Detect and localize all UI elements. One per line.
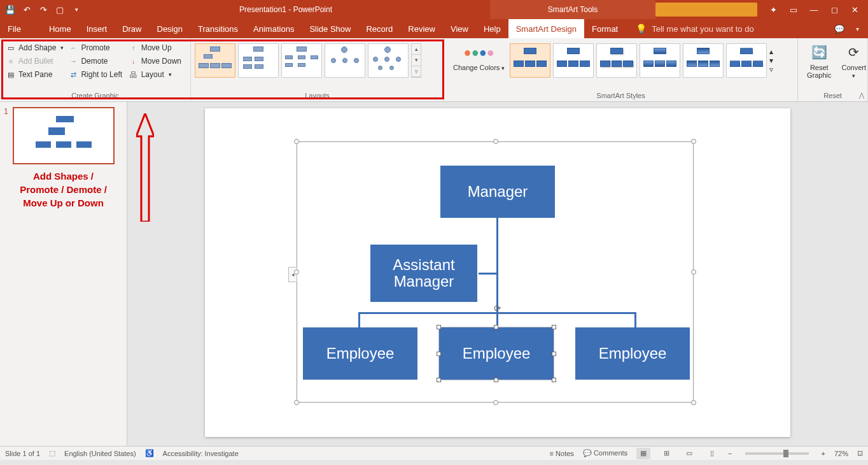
tell-me-search[interactable]: 💡 Tell me what you want to do xyxy=(626,19,825,38)
start-from-beginning-icon[interactable]: ▢ xyxy=(55,4,65,15)
coming-soon-icon[interactable]: ✦ xyxy=(767,4,779,15)
account-area[interactable] xyxy=(655,3,757,17)
style-thumb-4[interactable] xyxy=(640,43,680,78)
tab-insert[interactable]: Insert xyxy=(79,19,115,38)
promote-button[interactable]: ←Promote xyxy=(66,42,126,54)
right-to-left-icon: ⇄ xyxy=(69,70,78,79)
lightbulb-icon: 💡 xyxy=(636,24,647,34)
tab-smartart-design[interactable]: SmartArt Design xyxy=(508,19,584,38)
status-language[interactable]: English (United States) xyxy=(64,450,136,457)
text-pane-button[interactable]: ▤Text Pane xyxy=(4,69,66,80)
layout-button[interactable]: 品Layout▾ xyxy=(127,69,186,80)
slide-sorter-view-icon[interactable]: ⊞ xyxy=(659,448,673,459)
layouts-gallery: ▴▾▿ xyxy=(195,39,421,78)
scroll-up-icon[interactable]: ▴ xyxy=(769,47,773,56)
minimize-icon[interactable]: — xyxy=(808,4,820,15)
smartart-selection-frame[interactable]: ◂ xyxy=(297,141,694,403)
slideshow-view-icon[interactable]: ▯ xyxy=(705,448,719,459)
close-icon[interactable]: ✕ xyxy=(849,4,860,15)
fit-to-window-icon[interactable]: ⊡ xyxy=(857,449,863,457)
tab-format[interactable]: Format xyxy=(584,19,626,38)
comments-button[interactable]: 💬 Comments xyxy=(583,449,627,457)
tab-review[interactable]: Review xyxy=(400,19,443,38)
tab-slide-show[interactable]: Slide Show xyxy=(302,19,358,38)
zoom-out-icon[interactable]: − xyxy=(728,450,732,457)
scroll-down-icon[interactable]: ▾ xyxy=(412,55,421,66)
style-thumb-6[interactable] xyxy=(726,43,767,78)
demote-button[interactable]: →Demote xyxy=(66,55,126,67)
status-accessibility[interactable]: Accessibility: Investigate xyxy=(163,450,239,457)
ribbon: ▭Add Shape▾ ≡Add Bullet ▤Text Pane ←Prom… xyxy=(0,38,868,102)
layouts-scroll[interactable]: ▴▾▿ xyxy=(411,43,421,78)
share-icon[interactable]: ▾ xyxy=(856,25,859,32)
group-label-reset: Reset xyxy=(802,90,864,101)
demote-icon: → xyxy=(69,57,78,66)
slide[interactable]: Manager Assistant Manager Employee Emplo… xyxy=(205,108,790,437)
layout-thumb-2[interactable] xyxy=(238,43,279,78)
tab-help[interactable]: Help xyxy=(476,19,508,38)
gallery-expand-icon[interactable]: ▿ xyxy=(412,66,421,77)
status-slide-count[interactable]: Slide 1 of 1 xyxy=(5,450,40,457)
comments-icon[interactable]: 💬 xyxy=(834,24,844,34)
style-thumb-5[interactable] xyxy=(683,43,724,78)
tab-home[interactable]: Home xyxy=(41,19,79,38)
scroll-down-icon[interactable]: ▾ xyxy=(769,56,773,65)
notes-button[interactable]: ≡ Notes xyxy=(550,450,574,457)
slide-thumbnail-1[interactable] xyxy=(13,107,115,164)
group-label-create-graphic: Create Graphic xyxy=(4,90,186,101)
add-bullet-icon: ≡ xyxy=(6,57,15,66)
change-colors-button[interactable]: ●●●● Change Colors ▾ xyxy=(448,39,510,74)
tab-view[interactable]: View xyxy=(443,19,476,38)
tab-file[interactable]: File xyxy=(0,19,29,38)
undo-icon[interactable]: ↶ xyxy=(22,4,32,15)
window-controls: ✦ ▭ — ◻ ✕ xyxy=(760,4,868,15)
style-thumb-3[interactable] xyxy=(596,43,637,78)
redo-icon[interactable]: ↷ xyxy=(38,4,48,15)
status-language-icon[interactable]: ⬚ xyxy=(49,449,55,457)
add-bullet-button: ≡Add Bullet xyxy=(4,55,66,67)
move-up-button[interactable]: ↑Move Up xyxy=(127,42,186,54)
right-to-left-button[interactable]: ⇄Right to Left xyxy=(66,69,126,80)
group-create-graphic: ▭Add Shape▾ ≡Add Bullet ▤Text Pane ←Prom… xyxy=(0,38,191,101)
zoom-level[interactable]: 72% xyxy=(834,450,848,457)
collapse-ribbon-icon[interactable]: ⋀ xyxy=(859,92,864,99)
styles-gallery: ▴▾▿ xyxy=(510,39,773,78)
reading-view-icon[interactable]: ▭ xyxy=(682,448,696,459)
normal-view-icon[interactable]: ▦ xyxy=(636,448,650,459)
slide-canvas-area[interactable]: Manager Assistant Manager Employee Emplo… xyxy=(127,102,868,446)
accessibility-icon[interactable]: ♿ xyxy=(145,449,154,457)
scroll-up-icon[interactable]: ▴ xyxy=(412,44,421,55)
tell-me-placeholder: Tell me what you want to do xyxy=(652,24,753,34)
tab-record[interactable]: Record xyxy=(358,19,400,38)
layout-thumb-5[interactable] xyxy=(368,43,409,78)
slide-number: 1 xyxy=(4,107,10,164)
style-thumb-2[interactable] xyxy=(553,43,594,78)
move-down-button[interactable]: ↓Move Down xyxy=(127,55,186,67)
tab-design[interactable]: Design xyxy=(150,19,190,38)
layout-thumb-1[interactable] xyxy=(195,43,235,78)
convert-button[interactable]: ⟳ Convert▾ xyxy=(837,39,868,82)
styles-scroll[interactable]: ▴▾▿ xyxy=(769,47,773,74)
zoom-slider[interactable] xyxy=(745,452,809,455)
thumb-node-emp3 xyxy=(76,141,92,148)
ribbon-display-icon[interactable]: ▭ xyxy=(788,4,799,15)
gallery-expand-icon[interactable]: ▿ xyxy=(769,65,773,74)
qat-dropdown-icon[interactable]: ▾ xyxy=(71,4,81,15)
add-shape-button[interactable]: ▭Add Shape▾ xyxy=(4,42,66,54)
thumb-node-assistant xyxy=(48,127,65,135)
style-thumb-1[interactable] xyxy=(510,43,550,78)
reset-graphic-button[interactable]: 🔄 Reset Graphic xyxy=(802,39,837,82)
tab-transitions[interactable]: Transitions xyxy=(190,19,246,38)
change-colors-icon: ●●●● xyxy=(464,42,494,62)
tab-animations[interactable]: Animations xyxy=(246,19,302,38)
thumb-node-emp1 xyxy=(36,141,51,148)
main-area: 1 Add Shapes / Promote / Demote / Move U… xyxy=(0,102,868,446)
zoom-in-icon[interactable]: + xyxy=(822,450,825,457)
maximize-icon[interactable]: ◻ xyxy=(829,4,840,15)
save-icon[interactable]: 💾 xyxy=(5,4,15,15)
ribbon-tabs: File Home Insert Draw Design Transitions… xyxy=(0,19,868,38)
tab-draw[interactable]: Draw xyxy=(115,19,149,38)
layout-thumb-3[interactable] xyxy=(281,43,322,78)
layout-thumb-4[interactable] xyxy=(325,43,365,78)
thumb-node-emp2 xyxy=(56,141,71,148)
